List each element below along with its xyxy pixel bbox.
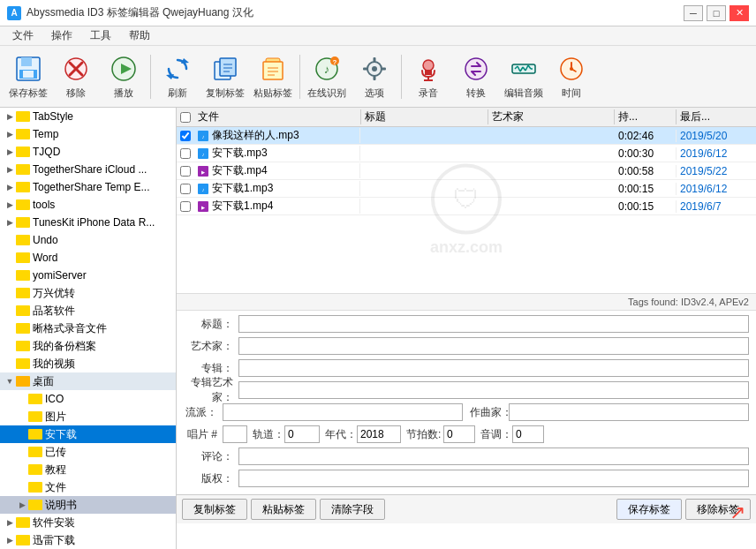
genre-input[interactable] — [223, 403, 463, 421]
record-button[interactable]: 录音 — [405, 49, 451, 104]
minimize-button[interactable]: ─ — [684, 5, 703, 21]
maximize-button[interactable]: □ — [707, 5, 726, 21]
tree-item-wanxing[interactable]: 万兴优转 — [0, 284, 176, 302]
convert-button[interactable]: 转换 — [453, 49, 499, 104]
header-file[interactable]: 文件 — [194, 109, 361, 124]
options-button[interactable]: 选项 — [352, 49, 397, 104]
album-input[interactable] — [238, 359, 749, 377]
file-row-3[interactable]: ▶ 安下载.mp4 0:00:58 2019/5/22 — [177, 162, 756, 180]
file-tree[interactable]: ▶ TabStyle ▶ Temp ▶ TJQD ▶ TogetherShare… — [0, 108, 177, 549]
right-panel: 文件 标题 艺术家 持... 最后... 🛡 — [177, 108, 756, 549]
disc-input[interactable] — [223, 425, 247, 443]
mp3-icon: ♪ — [196, 183, 210, 195]
tree-item-thunder[interactable]: ▶ 迅雷下载 — [0, 531, 176, 549]
header-duration[interactable]: 持... — [615, 109, 677, 124]
online-id-label: 在线识别 — [307, 87, 346, 99]
tree-item-ico[interactable]: ICO — [0, 390, 176, 408]
svg-rect-32 — [425, 70, 432, 75]
svg-rect-3 — [23, 71, 34, 78]
window-title: Abyssmedia ID3 标签编辑器 QwejayHuang 汉化 — [26, 5, 253, 20]
edit-audio-label: 编辑音频 — [504, 87, 543, 99]
clear-fields-button[interactable]: 清除字段 — [320, 499, 385, 520]
bpm-input[interactable] — [443, 425, 475, 443]
tag-row-genre-composer: 流派： 作曲家： — [184, 402, 749, 422]
tree-item-shuoming[interactable]: ▶ 说明书 — [0, 496, 176, 514]
header-title[interactable]: 标题 — [361, 109, 488, 124]
copy-tag-button[interactable]: 复制标签 — [202, 49, 248, 104]
tree-item-video[interactable]: 我的视频 — [0, 355, 176, 372]
tag-row-title: 标题： — [184, 314, 749, 334]
refresh-button[interactable]: 刷新 — [155, 49, 200, 104]
tree-item-downloads[interactable]: 安下载 — [0, 425, 176, 443]
row2-checkbox[interactable] — [180, 148, 191, 159]
copy-tag-action-button[interactable]: 复制标签 — [182, 499, 247, 520]
tree-item-together-temp[interactable]: ▶ TogetherShare Temp E... — [0, 178, 176, 196]
svg-point-31 — [423, 60, 434, 71]
folder-icon — [16, 182, 30, 192]
file-row-5[interactable]: ▶ 安下载1.mp4 0:00:15 2019/6/7 — [177, 198, 756, 215]
tree-item-desktop[interactable]: ▼ 桌面 — [0, 372, 176, 390]
artist-input[interactable] — [238, 337, 749, 355]
composer-input[interactable] — [509, 403, 749, 421]
menu-action[interactable]: 操作 — [42, 26, 81, 45]
tree-item-word[interactable]: Word — [0, 249, 176, 267]
tree-item-uploaded[interactable]: 已传 — [0, 443, 176, 461]
row1-checkbox[interactable] — [180, 131, 191, 141]
file-row-1[interactable]: ♪ 像我这样的人.mp3 0:02:46 2019/5/20 — [177, 127, 756, 145]
title-bar-left: A Abyssmedia ID3 标签编辑器 QwejayHuang 汉化 — [7, 5, 253, 20]
row5-date: 2019/6/7 — [677, 200, 756, 213]
time-button[interactable]: 时间 — [548, 49, 594, 104]
paste-tag-button[interactable]: 粘贴标签 — [250, 49, 296, 104]
svg-rect-28 — [374, 76, 376, 80]
menu-file[interactable]: 文件 — [4, 26, 42, 45]
tree-item-tuneskit[interactable]: ▶ TunesKit iPhone Data R... — [0, 214, 176, 231]
year-input[interactable] — [357, 425, 401, 443]
row2-file: ♪ 安下载.mp3 — [194, 146, 360, 161]
tree-item-tutorial[interactable]: 教程 — [0, 461, 176, 478]
tree-item-tabstyle[interactable]: ▶ TabStyle — [0, 108, 176, 125]
tree-item-beibao[interactable]: 我的备份档案 — [0, 337, 176, 355]
tree-item-files[interactable]: 文件 — [0, 478, 176, 496]
remove-button[interactable]: 移除 — [53, 49, 99, 104]
lyrics-input[interactable] — [238, 470, 749, 487]
save-tag-action-button[interactable]: 保存标签 — [616, 499, 682, 520]
album-artist-input[interactable] — [238, 381, 749, 399]
title-input[interactable] — [238, 315, 749, 333]
tree-item-tools[interactable]: ▶ tools — [0, 196, 176, 214]
row5-checkbox[interactable] — [180, 201, 191, 212]
row3-checkbox[interactable] — [180, 166, 191, 177]
remove-tag-button[interactable]: 移除标签 — [685, 499, 751, 520]
tree-item-luge[interactable]: 晰格式录音文件 — [0, 320, 176, 337]
header-artist[interactable]: 艺术家 — [488, 109, 615, 124]
header-date[interactable]: 最后... — [677, 109, 756, 124]
header-checkbox[interactable] — [180, 112, 191, 123]
tree-item-software[interactable]: ▶ 软件安装 — [0, 514, 176, 531]
file-row-2[interactable]: ♪ 安下载.mp3 0:00:30 2019/6/12 — [177, 145, 756, 162]
edit-audio-button[interactable]: 编辑音频 — [501, 49, 547, 104]
tree-item-tjqd[interactable]: ▶ TJQD — [0, 143, 176, 161]
close-button[interactable]: ✕ — [730, 5, 749, 21]
tree-item-pinting[interactable]: 品茗软件 — [0, 302, 176, 320]
row4-checkbox[interactable] — [180, 184, 191, 194]
file-row-4[interactable]: ♪ 安下载1.mp3 0:00:15 2019/6/12 — [177, 180, 756, 198]
menu-tools[interactable]: 工具 — [81, 26, 120, 45]
save-icon — [11, 54, 45, 86]
tree-item-temp[interactable]: ▶ Temp — [0, 125, 176, 143]
main-content: ▶ TabStyle ▶ Temp ▶ TJQD ▶ TogetherShare… — [0, 108, 756, 549]
remove-icon — [59, 54, 93, 86]
tree-item-pics[interactable]: 图片 — [0, 408, 176, 425]
tree-item-together-icloud[interactable]: ▶ TogetherShare iCloud ... — [0, 161, 176, 178]
play-button[interactable]: 播放 — [101, 49, 147, 104]
paste-tag-action-button[interactable]: 粘贴标签 — [251, 499, 316, 520]
track-input[interactable] — [284, 425, 320, 443]
save-tag-button[interactable]: 保存标签 — [5, 49, 51, 104]
file-list-scroll[interactable]: 🛡 anxz.com ♪ 像 — [177, 127, 756, 293]
key-input[interactable] — [512, 425, 544, 443]
paste-tag-label: 粘贴标签 — [253, 87, 292, 99]
tree-item-yomi[interactable]: yomiServer — [0, 267, 176, 284]
tree-item-undo[interactable]: Undo — [0, 231, 176, 249]
online-id-button[interactable]: ♪ ? 在线识别 — [304, 49, 350, 104]
comment-input[interactable] — [238, 447, 749, 465]
bpm-label: 节拍数: — [406, 427, 443, 442]
menu-help[interactable]: 帮助 — [120, 26, 159, 45]
